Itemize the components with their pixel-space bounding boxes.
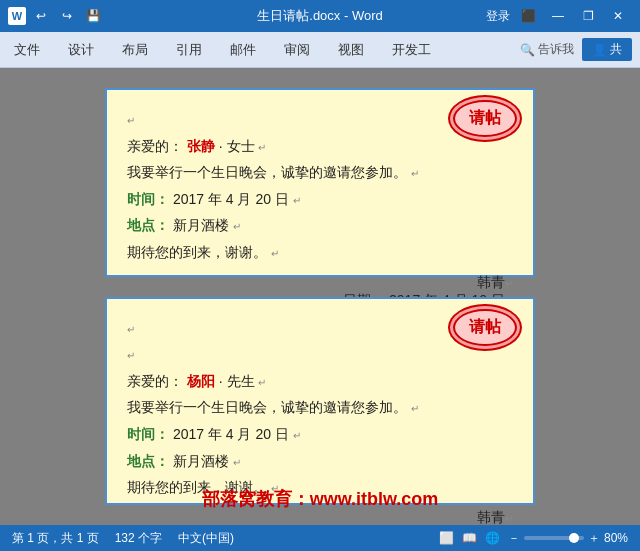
tell-me[interactable]: 🔍 告诉我 xyxy=(520,41,574,58)
ribbon: 文件 设计 布局 引用 邮件 审阅 视图 开发工 🔍 告诉我 👤 共 xyxy=(0,32,640,68)
zoom-bar: － ＋ 80% xyxy=(508,530,628,547)
word-logo: W xyxy=(8,7,26,25)
card2-line-para2: ↵ xyxy=(127,341,513,368)
zoom-in-button[interactable]: ＋ xyxy=(588,530,600,547)
document-area[interactable]: 请帖 ↵ 亲爱的： 张静 · 女士 ↵ 我要举行一个生日晚会，诚挚的邀请您参加。… xyxy=(0,68,640,525)
view-read-icon[interactable]: 📖 xyxy=(462,531,477,545)
tab-review[interactable]: 审阅 xyxy=(278,37,316,63)
invite-card-2: 请帖 ↵ ↵ 亲爱的： 杨阳 · 先生 ↵ 我要举行一个生日晚会，诚挚的邀请您参… xyxy=(105,297,535,505)
redo-button[interactable]: ↪ xyxy=(56,5,78,27)
card2-line2: 我要举行一个生日晚会，诚挚的邀请您参加。 ↵ xyxy=(127,394,513,421)
ribbon-right: 🔍 告诉我 👤 共 xyxy=(520,38,632,61)
stamp-2: 请帖 xyxy=(453,309,517,346)
zoom-slider[interactable] xyxy=(524,536,584,540)
quick-save-button[interactable]: 💾 xyxy=(82,5,104,27)
tab-design[interactable]: 设计 xyxy=(62,37,100,63)
minimize-button[interactable]: — xyxy=(544,5,572,27)
card1-line2: 我要举行一个生日晚会，诚挚的邀请您参加。 ↵ xyxy=(127,159,513,186)
login-button[interactable]: 登录 xyxy=(484,5,512,27)
ribbon-toggle-button[interactable]: ⬛ xyxy=(514,5,542,27)
word-count: 132 个字 xyxy=(115,530,162,547)
status-bar: 第 1 页，共 1 页 132 个字 中文(中国) ⬜ 📖 🌐 － ＋ 80% xyxy=(0,525,640,551)
card2-line1: 亲爱的： 杨阳 · 先生 ↵ xyxy=(127,368,513,395)
share-button[interactable]: 👤 共 xyxy=(582,38,632,61)
window-title: 生日请帖.docx - Word xyxy=(257,7,382,25)
tab-developer[interactable]: 开发工 xyxy=(386,37,437,63)
card1-line5: 期待您的到来，谢谢。 ↵ xyxy=(127,239,513,266)
tab-file[interactable]: 文件 xyxy=(8,37,46,63)
language: 中文(中国) xyxy=(178,530,234,547)
zoom-out-button[interactable]: － xyxy=(508,530,520,547)
card1-line3: 时间： 2017 年 4 月 20 日 ↵ xyxy=(127,186,513,213)
zoom-level: 80% xyxy=(604,531,628,545)
restore-button[interactable]: ❐ xyxy=(574,5,602,27)
card1-line4: 地点： 新月酒楼 ↵ xyxy=(127,212,513,239)
tab-layout[interactable]: 布局 xyxy=(116,37,154,63)
card2-line4: 地点： 新月酒楼 ↵ xyxy=(127,448,513,475)
search-icon: 🔍 xyxy=(520,43,535,57)
close-button[interactable]: ✕ xyxy=(604,5,632,27)
tab-mailings[interactable]: 邮件 xyxy=(224,37,262,63)
invite-card-1: 请帖 ↵ 亲爱的： 张静 · 女士 ↵ 我要举行一个生日晚会，诚挚的邀请您参加。… xyxy=(105,88,535,277)
title-bar-left: W ↩ ↪ 💾 xyxy=(8,5,104,27)
title-bar-controls: 登录 ⬛ — ❐ ✕ xyxy=(484,5,632,27)
card2-line5: 期待您的到来，谢谢。 ↵ xyxy=(127,474,513,501)
undo-button[interactable]: ↩ xyxy=(30,5,52,27)
view-web-icon[interactable]: 🌐 xyxy=(485,531,500,545)
status-bar-right: ⬜ 📖 🌐 － ＋ 80% xyxy=(439,530,628,547)
person-icon: 👤 xyxy=(592,43,607,57)
zoom-thumb xyxy=(569,533,579,543)
page-info: 第 1 页，共 1 页 xyxy=(12,530,99,547)
tab-view[interactable]: 视图 xyxy=(332,37,370,63)
card1-line1: 亲爱的： 张静 · 女士 ↵ xyxy=(127,133,513,160)
view-normal-icon[interactable]: ⬜ xyxy=(439,531,454,545)
card2-sig: 韩青↵ 日期： 2017 年 4 月 10 日↵ xyxy=(127,509,513,525)
stamp-1: 请帖 xyxy=(453,100,517,137)
title-bar: W ↩ ↪ 💾 生日请帖.docx - Word 登录 ⬛ — ❐ ✕ xyxy=(0,0,640,32)
tab-references[interactable]: 引用 xyxy=(170,37,208,63)
card2-line3: 时间： 2017 年 4 月 20 日 ↵ xyxy=(127,421,513,448)
